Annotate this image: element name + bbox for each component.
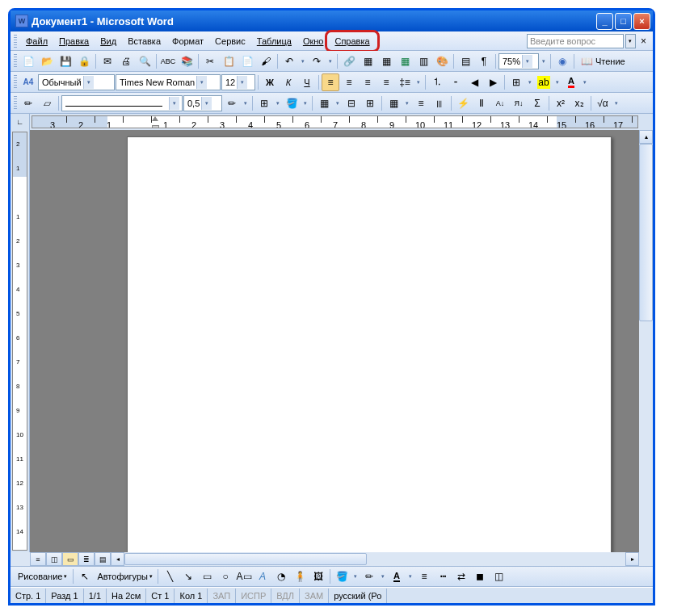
save-button[interactable]: 💾 bbox=[57, 52, 74, 70]
status-rec[interactable]: ЗАП bbox=[208, 589, 236, 603]
tables-borders-button[interactable]: ▦ bbox=[359, 52, 376, 70]
tab-selector[interactable]: ∟ bbox=[11, 114, 30, 130]
show-marks-button[interactable]: ¶ bbox=[475, 52, 493, 70]
underline-button[interactable]: Ч bbox=[298, 73, 316, 91]
help-search-dropdown[interactable]: ▾ bbox=[625, 34, 636, 48]
columns-button[interactable]: ▥ bbox=[414, 52, 432, 70]
wordart-button[interactable]: A bbox=[254, 568, 271, 585]
subscript-button[interactable]: x₂ bbox=[570, 94, 588, 112]
decrease-indent-button[interactable]: ◀ bbox=[465, 73, 483, 91]
arrow-button[interactable]: ↘ bbox=[179, 568, 197, 585]
distribute-rows-button[interactable]: ≡ bbox=[412, 94, 430, 112]
font-color-button-2[interactable]: A bbox=[388, 568, 406, 585]
insert-table-button-2[interactable]: ▦ bbox=[315, 94, 333, 112]
minimize-button[interactable]: _ bbox=[596, 13, 613, 30]
font-combo[interactable]: Times New Roman▾ bbox=[116, 74, 221, 90]
dash-style-button[interactable]: ┅ bbox=[434, 568, 452, 585]
autoshapes-menu[interactable]: Автофигуры▾ bbox=[95, 572, 155, 581]
status-ovr[interactable]: ЗАМ bbox=[300, 589, 329, 603]
menu-tools[interactable]: Сервис bbox=[209, 34, 251, 48]
font-size-combo[interactable]: 12▾ bbox=[221, 74, 255, 90]
line-button[interactable]: ╲ bbox=[161, 568, 179, 585]
line-color-dropdown[interactable]: ▾ bbox=[379, 568, 387, 585]
spellcheck-button[interactable]: ABC bbox=[159, 52, 177, 70]
align-center-button[interactable]: ≡ bbox=[340, 73, 358, 91]
shadow-button[interactable]: ◼ bbox=[471, 568, 489, 585]
hyperlink-button[interactable]: 🔗 bbox=[340, 52, 358, 70]
equation-button[interactable]: √α bbox=[594, 94, 612, 112]
draw-table-button[interactable]: ✏ bbox=[19, 94, 37, 112]
redo-button[interactable]: ↷ bbox=[308, 52, 326, 70]
scroll-right-button[interactable]: ▸ bbox=[625, 552, 639, 566]
oval-button[interactable]: ○ bbox=[217, 568, 234, 585]
menu-table[interactable]: Таблица bbox=[251, 34, 297, 48]
horizontal-ruler[interactable]: 3211234567891011121314151617 bbox=[32, 115, 638, 128]
line-style-combo[interactable]: ▾ bbox=[61, 95, 183, 111]
sort-desc-button[interactable]: Я↓ bbox=[510, 94, 528, 112]
textbox-button[interactable]: A▭ bbox=[235, 568, 253, 585]
italic-button[interactable]: К bbox=[280, 73, 297, 91]
status-language[interactable]: русский (Ро bbox=[329, 589, 387, 603]
align-left-button[interactable]: ≡ bbox=[322, 73, 339, 91]
cell-align-dropdown[interactable]: ▾ bbox=[403, 94, 411, 112]
shading-color-button[interactable]: 🪣 bbox=[283, 94, 301, 112]
menu-help[interactable]: Справка bbox=[329, 34, 375, 48]
open-button[interactable]: 📂 bbox=[38, 52, 56, 70]
print-button[interactable]: 🖨 bbox=[117, 52, 135, 70]
outside-border-dropdown[interactable]: ▾ bbox=[274, 94, 282, 112]
merge-cells-button[interactable]: ⊟ bbox=[343, 94, 360, 112]
close-help-pane[interactable]: × bbox=[637, 36, 650, 47]
drawing-toolbar-button[interactable]: 🎨 bbox=[433, 52, 451, 70]
copy-button[interactable]: 📋 bbox=[220, 52, 238, 70]
align-right-button[interactable]: ≡ bbox=[359, 73, 376, 91]
print-preview-button[interactable]: 🔍 bbox=[136, 52, 154, 70]
hscroll-thumb[interactable] bbox=[124, 553, 367, 565]
distribute-cols-button[interactable]: ⫼ bbox=[431, 94, 448, 112]
insert-table-dropdown[interactable]: ▾ bbox=[334, 94, 342, 112]
3d-button[interactable]: ◫ bbox=[490, 568, 507, 585]
zoom-combo[interactable]: 75%▾ bbox=[498, 53, 539, 69]
insert-table-button[interactable]: ▦ bbox=[377, 52, 395, 70]
undo-dropdown[interactable]: ▾ bbox=[299, 52, 307, 70]
status-col[interactable]: Кол 1 bbox=[175, 589, 208, 603]
document-viewport[interactable]: ▴ ▾ ⇈ ○ ⇊ bbox=[30, 130, 653, 552]
arrow-style-button[interactable]: ⇄ bbox=[452, 568, 470, 585]
select-objects-button[interactable]: ↖ bbox=[76, 568, 94, 585]
maximize-button[interactable]: □ bbox=[615, 13, 632, 30]
borders-button[interactable]: ⊞ bbox=[507, 73, 525, 91]
border-color-dropdown[interactable]: ▾ bbox=[242, 94, 250, 112]
increase-indent-button[interactable]: ▶ bbox=[484, 73, 502, 91]
borders-dropdown[interactable]: ▾ bbox=[526, 73, 534, 91]
vertical-ruler[interactable]: 211234567891011121314 bbox=[11, 130, 30, 552]
menu-edit[interactable]: Правка bbox=[53, 34, 95, 48]
numbering-button[interactable]: ⒈ bbox=[428, 73, 446, 91]
menu-insert[interactable]: Вставка bbox=[122, 34, 166, 48]
line-color-button[interactable]: ✏ bbox=[360, 568, 378, 585]
table-autoformat-button[interactable]: ⚡ bbox=[454, 94, 472, 112]
align-top-left-button[interactable]: ▦ bbox=[385, 94, 402, 112]
style-combo[interactable]: Обычный▾ bbox=[38, 74, 115, 90]
highlight-button[interactable]: ab bbox=[535, 73, 553, 91]
split-cells-button[interactable]: ⊞ bbox=[361, 94, 379, 112]
status-at[interactable]: На 2см bbox=[107, 589, 146, 603]
bold-button[interactable]: Ж bbox=[261, 73, 279, 91]
scroll-up-button[interactable]: ▴ bbox=[639, 130, 653, 144]
undo-button[interactable]: ↶ bbox=[280, 52, 298, 70]
bullets-button[interactable]: ⁃ bbox=[447, 73, 465, 91]
status-section[interactable]: Разд 1 bbox=[46, 589, 83, 603]
vertical-scrollbar[interactable]: ▴ ▾ ⇈ ○ ⇊ bbox=[639, 130, 653, 552]
permission-button[interactable]: 🔒 bbox=[75, 52, 93, 70]
styles-pane-button[interactable]: A4 bbox=[19, 73, 37, 91]
clipart-button[interactable]: 🧍 bbox=[291, 568, 309, 585]
menu-window[interactable]: Окно bbox=[297, 34, 330, 48]
outline-view-button[interactable]: ≣ bbox=[78, 552, 95, 566]
menu-view[interactable]: Вид bbox=[95, 34, 122, 48]
line-weight-combo[interactable]: 0,5▾ bbox=[183, 95, 222, 111]
fill-color-button[interactable]: 🪣 bbox=[333, 568, 351, 585]
help-button[interactable]: ◉ bbox=[553, 52, 571, 70]
text-direction-button[interactable]: Ⅱ bbox=[473, 94, 490, 112]
line-spacing-dropdown[interactable]: ▾ bbox=[414, 73, 423, 91]
paste-button[interactable]: 📄 bbox=[238, 52, 256, 70]
insert-excel-button[interactable]: ▦ bbox=[396, 52, 414, 70]
status-page[interactable]: Стр. 1 bbox=[11, 589, 46, 603]
